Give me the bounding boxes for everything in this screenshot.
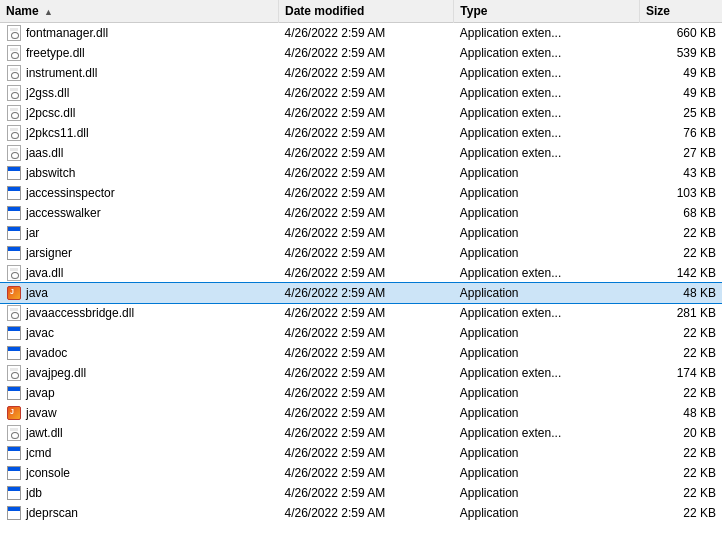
app-icon bbox=[6, 325, 22, 341]
file-date: 4/26/2022 2:59 AM bbox=[278, 363, 453, 383]
table-row[interactable]: jdb4/26/2022 2:59 AMApplication22 KB bbox=[0, 483, 722, 503]
table-row[interactable]: fontmanager.dll4/26/2022 2:59 AMApplicat… bbox=[0, 23, 722, 43]
file-name-cell[interactable]: j2gss.dll bbox=[0, 83, 278, 103]
file-date: 4/26/2022 2:59 AM bbox=[278, 83, 453, 103]
file-name: jaccesswalker bbox=[26, 206, 101, 220]
file-size: 22 KB bbox=[639, 243, 722, 263]
file-name-cell[interactable]: javajpeg.dll bbox=[0, 363, 278, 383]
file-size: 48 KB bbox=[639, 403, 722, 423]
file-date: 4/26/2022 2:59 AM bbox=[278, 463, 453, 483]
column-header-size[interactable]: Size bbox=[639, 0, 722, 23]
file-date: 4/26/2022 2:59 AM bbox=[278, 23, 453, 43]
file-type: Application exten... bbox=[454, 123, 640, 143]
file-date: 4/26/2022 2:59 AM bbox=[278, 503, 453, 523]
table-row[interactable]: jdeprscan4/26/2022 2:59 AMApplication22 … bbox=[0, 503, 722, 523]
file-type: Application bbox=[454, 203, 640, 223]
file-name-cell[interactable]: jconsole bbox=[0, 463, 278, 483]
file-type: Application bbox=[454, 463, 640, 483]
file-name-cell[interactable]: freetype.dll bbox=[0, 43, 278, 63]
file-date: 4/26/2022 2:59 AM bbox=[278, 483, 453, 503]
file-type: Application bbox=[454, 163, 640, 183]
table-row[interactable]: javac4/26/2022 2:59 AMApplication22 KB bbox=[0, 323, 722, 343]
dll-icon bbox=[6, 45, 22, 61]
table-row[interactable]: jabswitch4/26/2022 2:59 AMApplication43 … bbox=[0, 163, 722, 183]
file-size: 103 KB bbox=[639, 183, 722, 203]
file-name-cell[interactable]: jawt.dll bbox=[0, 423, 278, 443]
file-name-cell[interactable]: Jjavaw bbox=[0, 403, 278, 423]
file-name-cell[interactable]: jarsigner bbox=[0, 243, 278, 263]
java-icon: J bbox=[6, 405, 22, 421]
table-row[interactable]: jaas.dll4/26/2022 2:59 AMApplication ext… bbox=[0, 143, 722, 163]
table-row[interactable]: j2pkcs11.dll4/26/2022 2:59 AMApplication… bbox=[0, 123, 722, 143]
column-header-name[interactable]: Name ▲ bbox=[0, 0, 278, 23]
file-name-cell[interactable]: jar bbox=[0, 223, 278, 243]
java-icon: J bbox=[6, 285, 22, 301]
file-name: jconsole bbox=[26, 466, 70, 480]
table-row[interactable]: j2gss.dll4/26/2022 2:59 AMApplication ex… bbox=[0, 83, 722, 103]
file-name-cell[interactable]: jcmd bbox=[0, 443, 278, 463]
file-name-cell[interactable]: javaaccessbridge.dll bbox=[0, 303, 278, 323]
table-row[interactable]: jcmd4/26/2022 2:59 AMApplication22 KB bbox=[0, 443, 722, 463]
file-name-cell[interactable]: java.dll bbox=[0, 263, 278, 283]
table-row[interactable]: j2pcsc.dll4/26/2022 2:59 AMApplication e… bbox=[0, 103, 722, 123]
file-name-cell[interactable]: jaas.dll bbox=[0, 143, 278, 163]
table-row[interactable]: java.dll4/26/2022 2:59 AMApplication ext… bbox=[0, 263, 722, 283]
file-name-cell[interactable]: fontmanager.dll bbox=[0, 23, 278, 43]
file-date: 4/26/2022 2:59 AM bbox=[278, 163, 453, 183]
file-type: Application bbox=[454, 403, 640, 423]
file-type: Application exten... bbox=[454, 303, 640, 323]
file-name-cell[interactable]: jabswitch bbox=[0, 163, 278, 183]
file-name-cell[interactable]: j2pcsc.dll bbox=[0, 103, 278, 123]
file-size: 43 KB bbox=[639, 163, 722, 183]
file-date: 4/26/2022 2:59 AM bbox=[278, 183, 453, 203]
column-header-type[interactable]: Type bbox=[454, 0, 640, 23]
file-name-cell[interactable]: Jjava bbox=[0, 283, 278, 303]
table-row[interactable]: instrument.dll4/26/2022 2:59 AMApplicati… bbox=[0, 63, 722, 83]
column-header-date[interactable]: Date modified bbox=[278, 0, 453, 23]
file-type: Application exten... bbox=[454, 143, 640, 163]
file-size: 68 KB bbox=[639, 203, 722, 223]
dll-icon bbox=[6, 85, 22, 101]
file-name-cell[interactable]: jaccesswalker bbox=[0, 203, 278, 223]
file-date: 4/26/2022 2:59 AM bbox=[278, 263, 453, 283]
file-explorer[interactable]: Name ▲ Date modified Type Size fontmanag… bbox=[0, 0, 722, 559]
file-name: jarsigner bbox=[26, 246, 72, 260]
file-name-cell[interactable]: jdeprscan bbox=[0, 503, 278, 523]
file-name-cell[interactable]: j2pkcs11.dll bbox=[0, 123, 278, 143]
table-row[interactable]: javadoc4/26/2022 2:59 AMApplication22 KB bbox=[0, 343, 722, 363]
file-type: Application exten... bbox=[454, 83, 640, 103]
table-row[interactable]: Jjava4/26/2022 2:59 AMApplication48 KB bbox=[0, 283, 722, 303]
file-size: 22 KB bbox=[639, 383, 722, 403]
table-row[interactable]: Jjavaw4/26/2022 2:59 AMApplication48 KB bbox=[0, 403, 722, 423]
dll-icon bbox=[6, 305, 22, 321]
file-name-cell[interactable]: javap bbox=[0, 383, 278, 403]
table-row[interactable]: javajpeg.dll4/26/2022 2:59 AMApplication… bbox=[0, 363, 722, 383]
table-row[interactable]: jar4/26/2022 2:59 AMApplication22 KB bbox=[0, 223, 722, 243]
table-row[interactable]: javaaccessbridge.dll4/26/2022 2:59 AMApp… bbox=[0, 303, 722, 323]
file-name: fontmanager.dll bbox=[26, 26, 108, 40]
file-name-cell[interactable]: javadoc bbox=[0, 343, 278, 363]
file-name-cell[interactable]: jdb bbox=[0, 483, 278, 503]
table-row[interactable]: jaccessinspector4/26/2022 2:59 AMApplica… bbox=[0, 183, 722, 203]
file-date: 4/26/2022 2:59 AM bbox=[278, 403, 453, 423]
table-row[interactable]: jconsole4/26/2022 2:59 AMApplication22 K… bbox=[0, 463, 722, 483]
app-icon bbox=[6, 165, 22, 181]
table-row[interactable]: jarsigner4/26/2022 2:59 AMApplication22 … bbox=[0, 243, 722, 263]
table-row[interactable]: jaccesswalker4/26/2022 2:59 AMApplicatio… bbox=[0, 203, 722, 223]
table-row[interactable]: freetype.dll4/26/2022 2:59 AMApplication… bbox=[0, 43, 722, 63]
file-date: 4/26/2022 2:59 AM bbox=[278, 383, 453, 403]
file-name: java bbox=[26, 286, 48, 300]
file-name: freetype.dll bbox=[26, 46, 85, 60]
file-name: jar bbox=[26, 226, 39, 240]
file-name-cell[interactable]: javac bbox=[0, 323, 278, 343]
file-type: Application exten... bbox=[454, 63, 640, 83]
file-name-cell[interactable]: jaccessinspector bbox=[0, 183, 278, 203]
file-date: 4/26/2022 2:59 AM bbox=[278, 443, 453, 463]
file-date: 4/26/2022 2:59 AM bbox=[278, 123, 453, 143]
table-row[interactable]: javap4/26/2022 2:59 AMApplication22 KB bbox=[0, 383, 722, 403]
table-row[interactable]: jawt.dll4/26/2022 2:59 AMApplication ext… bbox=[0, 423, 722, 443]
file-size: 660 KB bbox=[639, 23, 722, 43]
file-name-cell[interactable]: instrument.dll bbox=[0, 63, 278, 83]
file-size: 48 KB bbox=[639, 283, 722, 303]
column-size-label: Size bbox=[646, 4, 670, 18]
